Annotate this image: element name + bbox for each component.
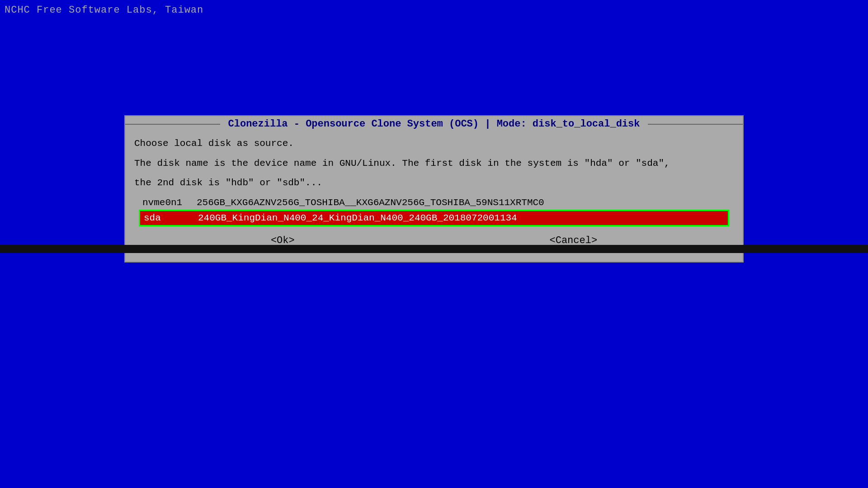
disk-desc-sda: 240GB_KingDian_N400_24_KingDian_N400_240… — [198, 213, 724, 223]
title-divider-left — [125, 124, 220, 125]
dialog-body: Choose local disk as source. The disk na… — [125, 132, 743, 262]
disk-item-nvme0n1[interactable]: nvme0n1 256GB_KXG6AZNV256G_TOSHIBA__KXG6… — [139, 196, 729, 210]
disk-id-sda: sda — [144, 213, 198, 223]
title-divider-right — [648, 124, 743, 125]
description-line3: the 2nd disk is "hdb" or "sdb"... — [134, 176, 734, 190]
app-title: NCHC Free Software Labs, Taiwan — [5, 5, 203, 16]
disk-item-sda[interactable]: sda 240GB_KingDian_N400_24_KingDian_N400… — [139, 210, 729, 226]
dialog-title: Clonezilla - Opensource Clone System (OC… — [224, 118, 645, 130]
description-line1: Choose local disk as source. — [134, 136, 734, 151]
description-line2: The disk name is the device name in GNU/… — [134, 156, 734, 171]
dialog-box: Clonezilla - Opensource Clone System (OC… — [124, 115, 744, 263]
disk-desc-nvme0n1: 256GB_KXG6AZNV256G_TOSHIBA__KXG6AZNV256G… — [197, 197, 726, 208]
disk-list: nvme0n1 256GB_KXG6AZNV256G_TOSHIBA__KXG6… — [139, 196, 729, 226]
disk-id-nvme0n1: nvme0n1 — [142, 197, 197, 208]
bottom-bar — [0, 245, 868, 253]
dialog-title-bar: Clonezilla - Opensource Clone System (OC… — [125, 116, 743, 132]
